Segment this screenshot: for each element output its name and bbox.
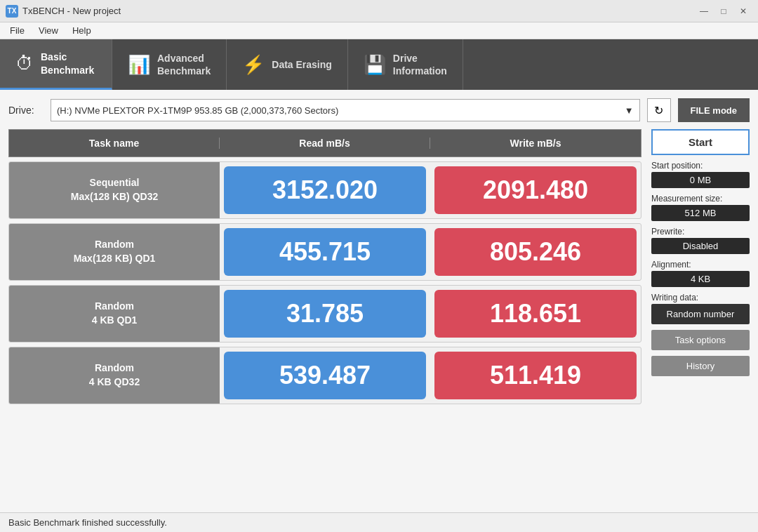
writing-data-label: Writing data: — [651, 293, 750, 302]
start-position-value: 0 MB — [651, 172, 750, 188]
start-position-label: Start position: — [651, 161, 750, 171]
menu-item-help[interactable]: Help — [65, 24, 98, 37]
read-value-1: 455.715 — [224, 228, 426, 276]
result-row-3: Random4 KB QD32539.487511.419 — [8, 347, 641, 404]
close-button[interactable]: ✕ — [734, 4, 752, 18]
window-controls: — □ ✕ — [695, 4, 752, 18]
results-panel: Task name Read mB/s Write mB/s Sequentia… — [8, 129, 641, 504]
drive-dropdown-icon: ▼ — [625, 105, 634, 116]
header-write: Write mB/s — [430, 138, 641, 149]
title-bar-left: TX TxBENCH - New project — [6, 5, 121, 18]
status-message: Basic Benchmark finished successfully. — [8, 517, 167, 528]
write-value-1: 805.246 — [434, 228, 637, 276]
history-button[interactable]: History — [651, 356, 750, 376]
toolbar-tab-erasing[interactable]: ⚡Data Erasing — [227, 39, 348, 90]
drive-refresh-button[interactable]: ↻ — [647, 98, 671, 122]
results-header: Task name Read mB/s Write mB/s — [8, 129, 641, 157]
alignment-group: Alignment: 4 KB — [651, 260, 750, 287]
result-row-0: SequentialMax(128 KB) QD323152.0202091.4… — [8, 161, 641, 219]
erasing-label: Data Erasing — [272, 58, 332, 71]
start-button[interactable]: Start — [651, 129, 750, 155]
title-bar: TX TxBENCH - New project — □ ✕ — [0, 0, 758, 22]
task-name-1: RandomMax(128 KB) QD1 — [9, 224, 220, 280]
task-name-3: Random4 KB QD32 — [9, 347, 220, 404]
advanced-icon: 📊 — [128, 54, 150, 76]
erasing-icon: ⚡ — [242, 54, 265, 76]
right-panel: Start Start position: 0 MB Measurement s… — [651, 129, 750, 504]
drive-info-icon: 💾 — [364, 54, 386, 76]
drive-row: Drive: (H:) NVMe PLEXTOR PX-1TM9P 953.85… — [8, 98, 750, 122]
prewrite-label: Prewrite: — [651, 227, 750, 237]
writing-data-button[interactable]: Random number — [651, 304, 750, 324]
measurement-size-value: 512 MB — [651, 205, 750, 221]
file-mode-button[interactable]: FILE mode — [678, 98, 750, 122]
toolbar: ⏱BasicBenchmark📊AdvancedBenchmark⚡Data E… — [0, 39, 758, 90]
refresh-icon: ↻ — [654, 104, 663, 117]
toolbar-tab-drive-info[interactable]: 💾DriveInformation — [348, 39, 463, 90]
window-title: TxBENCH - New project — [22, 6, 121, 16]
header-task-name: Task name — [9, 138, 220, 149]
alignment-value: 4 KB — [651, 271, 750, 287]
menu-item-file[interactable]: File — [3, 24, 32, 37]
main-content: Drive: (H:) NVMe PLEXTOR PX-1TM9P 953.85… — [0, 90, 758, 512]
read-value-3: 539.487 — [224, 352, 426, 399]
prewrite-value: Disabled — [651, 238, 750, 254]
writing-data-group: Writing data: Random number — [651, 293, 750, 324]
status-bar: Basic Benchmark finished successfully. — [0, 512, 758, 532]
app-icon: TX — [6, 5, 18, 18]
result-row-2: Random4 KB QD131.785118.651 — [8, 285, 641, 343]
task-name-0: SequentialMax(128 KB) QD32 — [9, 162, 220, 218]
app-icon-text: TX — [8, 7, 17, 15]
menu-bar: FileViewHelp — [0, 22, 758, 39]
start-position-group: Start position: 0 MB — [651, 161, 750, 188]
drive-select[interactable]: (H:) NVMe PLEXTOR PX-1TM9P 953.85 GB (2,… — [51, 99, 640, 121]
task-options-button[interactable]: Task options — [651, 330, 750, 350]
minimize-button[interactable]: — — [695, 4, 713, 18]
toolbar-tab-basic[interactable]: ⏱BasicBenchmark — [0, 39, 112, 90]
basic-label: BasicBenchmark — [41, 51, 94, 76]
write-value-0: 2091.480 — [434, 166, 637, 214]
drive-selected-text: (H:) NVMe PLEXTOR PX-1TM9P 953.85 GB (2,… — [57, 105, 338, 116]
write-value-3: 511.419 — [434, 352, 637, 399]
basic-icon: ⏱ — [15, 53, 34, 74]
benchmark-area: Task name Read mB/s Write mB/s Sequentia… — [8, 129, 750, 504]
header-read: Read mB/s — [220, 138, 430, 149]
result-row-1: RandomMax(128 KB) QD1455.715805.246 — [8, 223, 641, 281]
measurement-size-label: Measurement size: — [651, 194, 750, 204]
measurement-size-group: Measurement size: 512 MB — [651, 194, 750, 221]
prewrite-group: Prewrite: Disabled — [651, 227, 750, 254]
alignment-label: Alignment: — [651, 260, 750, 270]
task-name-2: Random4 KB QD1 — [9, 286, 220, 342]
drive-label: Drive: — [8, 105, 44, 116]
results-rows: SequentialMax(128 KB) QD323152.0202091.4… — [8, 161, 641, 404]
toolbar-tab-advanced[interactable]: 📊AdvancedBenchmark — [112, 39, 227, 90]
maximize-button[interactable]: □ — [714, 4, 733, 18]
menu-item-view[interactable]: View — [32, 24, 65, 37]
read-value-2: 31.785 — [224, 290, 426, 338]
write-value-2: 118.651 — [434, 290, 637, 338]
advanced-label: AdvancedBenchmark — [157, 52, 211, 77]
drive-info-label: DriveInformation — [393, 52, 447, 77]
read-value-0: 3152.020 — [224, 166, 426, 214]
